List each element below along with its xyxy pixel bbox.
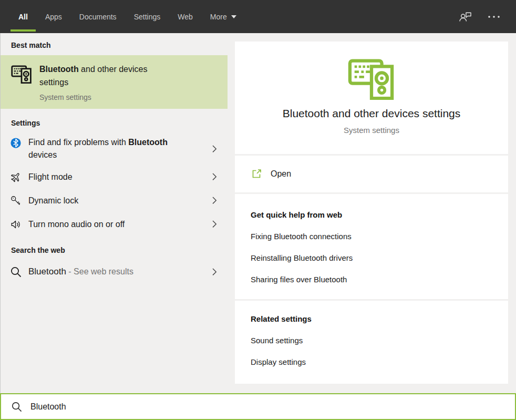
related-settings-section: Related settings Sound settings Display … (235, 299, 508, 384)
key-icon (10, 195, 22, 207)
tab-documents[interactable]: Documents (79, 0, 117, 33)
quick-help-header: Get quick help from web (251, 210, 492, 219)
best-match-title: Bluetooth and other devices settings (39, 63, 171, 89)
preview-hero: Bluetooth and other devices settings Sys… (235, 42, 508, 154)
airplane-icon (10, 171, 22, 183)
speaker-icon (10, 219, 22, 230)
results-list-panel: Best match Bluetooth and other devices s… (1, 33, 228, 393)
search-icon (10, 266, 22, 278)
web-section-header: Search the web (11, 246, 217, 254)
quick-help-section: Get quick help from web Fixing Bluetooth… (235, 192, 508, 299)
search-icon (11, 401, 22, 412)
related-settings-header: Related settings (251, 314, 492, 323)
related-link-display-settings[interactable]: Display settings (251, 358, 492, 366)
best-match-header: Best match (11, 41, 217, 49)
list-item-web-search[interactable]: Bluetooth - See web results (1, 259, 228, 284)
tab-all[interactable]: All (18, 0, 28, 33)
bluetooth-icon (10, 137, 22, 149)
preview-subtitle: System settings (344, 126, 399, 135)
help-link-reinstalling-drivers[interactable]: Reinstalling Bluetooth drivers (251, 254, 492, 262)
help-link-fixing-connections[interactable]: Fixing Bluetooth connections (251, 232, 492, 241)
search-topbar: All Apps Documents Settings Web More (0, 0, 516, 33)
chevron-right-icon (212, 197, 217, 204)
chevron-right-icon (212, 268, 217, 276)
tab-web[interactable]: Web (178, 0, 193, 33)
chevron-down-icon (231, 15, 236, 18)
chevron-right-icon (212, 145, 217, 153)
tab-apps[interactable]: Apps (45, 0, 62, 33)
related-link-sound-settings[interactable]: Sound settings (251, 336, 492, 345)
chevron-right-icon (212, 220, 217, 228)
devices-icon (346, 53, 397, 100)
ellipsis-icon[interactable] (488, 15, 500, 18)
search-flyout-window: All Apps Documents Settings Web More (0, 0, 516, 420)
list-item-fix-bluetooth[interactable]: Find and fix problems with Bluetooth dev… (1, 132, 228, 165)
tab-settings[interactable]: Settings (134, 0, 161, 33)
search-input[interactable] (30, 394, 515, 419)
results-area: Best match Bluetooth and other devices s… (0, 33, 516, 393)
preview-panel: Bluetooth and other devices settings Sys… (235, 42, 508, 384)
help-link-sharing-files[interactable]: Sharing files over Bluetooth (251, 275, 492, 284)
list-item-dynamic-lock[interactable]: Dynamic lock (1, 189, 228, 212)
devices-icon (11, 63, 32, 84)
settings-results: Find and fix problems with Bluetooth dev… (1, 132, 228, 236)
feedback-icon[interactable] (459, 11, 472, 23)
chevron-right-icon (212, 173, 217, 181)
open-action[interactable]: Open (235, 154, 508, 192)
settings-section-header: Settings (11, 119, 217, 127)
list-item-flight-mode[interactable]: Flight mode (1, 165, 228, 189)
open-label: Open (271, 169, 291, 179)
search-bar (0, 393, 516, 420)
open-external-icon (251, 168, 262, 180)
list-item-mono-audio[interactable]: Turn mono audio on or off (1, 212, 228, 236)
tab-more[interactable]: More (210, 0, 236, 33)
preview-title: Bluetooth and other devices settings (283, 107, 461, 120)
filter-tabs: All Apps Documents Settings Web More (0, 0, 236, 33)
best-match-subtitle: System settings (39, 93, 171, 101)
best-match-result[interactable]: Bluetooth and other devices settings Sys… (1, 55, 228, 109)
